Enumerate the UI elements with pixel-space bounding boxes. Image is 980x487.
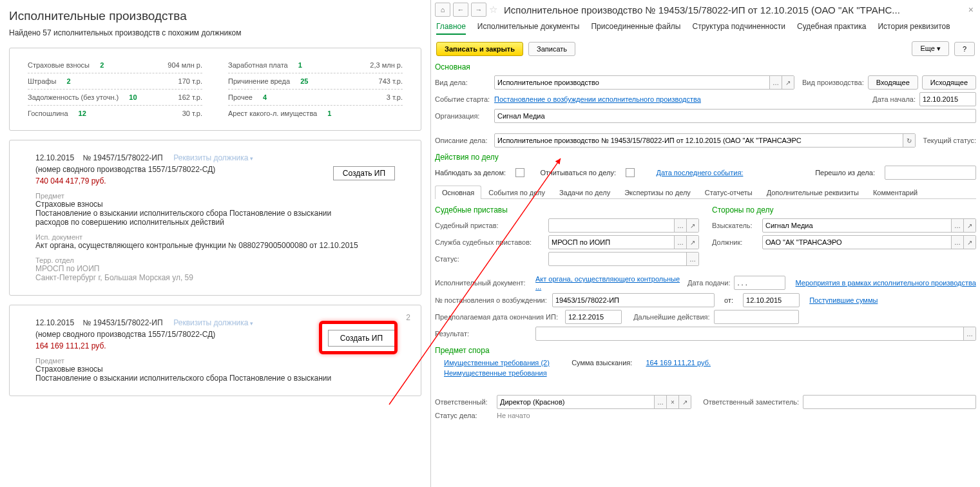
- from-case-label: Перешло из дела:: [815, 169, 875, 177]
- card2-badge: 2: [406, 313, 410, 322]
- close-icon[interactable]: ×: [966, 5, 976, 15]
- ellipsis-icon[interactable]: …: [963, 327, 975, 340]
- property-claims-link[interactable]: Имущественные требования (2): [444, 359, 560, 367]
- stat-row[interactable]: Арест какого-л. имущества 1: [228, 106, 403, 121]
- tab-5[interactable]: История реквизитов: [878, 22, 950, 35]
- tab-3[interactable]: Структура подчиненности: [692, 22, 785, 35]
- incoming-button[interactable]: Входящее: [868, 75, 918, 90]
- measures-link[interactable]: Мероприятия в рамках исполнительного про…: [796, 279, 976, 287]
- tab-4[interactable]: Судебная практика: [797, 22, 866, 35]
- subtab-4[interactable]: Статус-отчеты: [698, 186, 760, 199]
- service-input[interactable]: …↗: [548, 235, 699, 249]
- back-icon[interactable]: ←: [453, 3, 468, 17]
- last-event-label[interactable]: Дата последнего события:: [656, 169, 743, 177]
- desc-input[interactable]: ↻: [494, 133, 916, 148]
- subtab-5[interactable]: Дополнительные реквизиты: [760, 186, 866, 199]
- ellipsis-icon[interactable]: …: [951, 236, 963, 249]
- from-case-input[interactable]: …×↗: [885, 166, 976, 180]
- card2-subject-text: Постановление о взыскании исполнительско…: [35, 374, 395, 383]
- incoming-sums-link[interactable]: Поступившие суммы: [809, 296, 878, 304]
- decree-date-input[interactable]: ▦: [743, 293, 800, 307]
- ellipsis-icon[interactable]: …: [686, 253, 698, 265]
- stat-row[interactable]: Заработная плата 12,3 млн р.: [228, 57, 403, 73]
- home-icon[interactable]: ⌂: [435, 3, 450, 17]
- found-text: Найдено 57 исполнительных производств с …: [9, 28, 421, 37]
- debtor-label: Должник:: [712, 238, 758, 246]
- tab-1[interactable]: Исполнительные документы: [477, 22, 580, 35]
- status2-input[interactable]: …: [548, 252, 699, 266]
- start-event-link[interactable]: Постановление о возбуждении исполнительн…: [494, 95, 701, 103]
- ellipsis-icon[interactable]: …: [951, 219, 963, 232]
- claimant-input[interactable]: …↗: [762, 218, 976, 233]
- save-close-button[interactable]: Записать и закрыть: [436, 42, 523, 56]
- report-checkbox[interactable]: [626, 168, 635, 177]
- expdate-input[interactable]: ▦: [565, 310, 622, 324]
- subtab-6[interactable]: Комментарий: [866, 186, 925, 199]
- save-button[interactable]: Записать: [528, 42, 575, 56]
- watch-checkbox[interactable]: [515, 168, 524, 177]
- refresh-icon[interactable]: ↻: [903, 134, 915, 147]
- create-ip-button-1[interactable]: Создать ИП: [333, 166, 395, 180]
- open-icon[interactable]: ↗: [686, 219, 698, 232]
- further-label: Дальнейшие действия:: [633, 313, 709, 321]
- forward-icon[interactable]: →: [471, 3, 486, 17]
- responsible-input[interactable]: …×↗: [497, 395, 691, 409]
- subtab-0[interactable]: Основная: [435, 186, 481, 199]
- stat-row[interactable]: Прочее 43 т.р.: [228, 90, 403, 106]
- card1-terr2: Санкт-Петербург г, Большая Морская ул, 5…: [35, 273, 395, 282]
- help-button[interactable]: ?: [954, 42, 975, 56]
- open-icon[interactable]: ↗: [782, 76, 794, 89]
- card1-terr-label: Терр. отдел: [35, 256, 395, 264]
- claimant-label: Взыскатель:: [712, 222, 758, 229]
- open-icon[interactable]: ↗: [686, 236, 698, 249]
- stat-row[interactable]: Госпошлина 1230 т.р.: [28, 106, 202, 121]
- subtab-2[interactable]: Задачи по делу: [552, 186, 617, 199]
- collection-sum-value[interactable]: 164 169 111,21 руб.: [646, 359, 711, 367]
- stat-row[interactable]: Страховые взносы 2904 млн р.: [28, 57, 202, 73]
- more-button[interactable]: Еще ▾: [912, 41, 948, 56]
- ellipsis-icon[interactable]: …: [674, 219, 686, 232]
- ellipsis-icon[interactable]: …: [674, 236, 686, 249]
- page-title: Исполнительные производства: [9, 9, 421, 23]
- case-type-input[interactable]: …↗: [494, 75, 794, 90]
- card2-number: № 19453/15/78022-ИП: [82, 318, 162, 327]
- ellipsis-icon[interactable]: …: [769, 76, 782, 89]
- stat-row[interactable]: Задолженность (без уточн.) 10162 т.р.: [28, 90, 202, 106]
- card1-debtor-link[interactable]: Реквизиты должника: [173, 153, 253, 162]
- debtor-input[interactable]: …↗: [762, 235, 976, 249]
- decree-input[interactable]: [552, 293, 715, 307]
- card2-debtor-link[interactable]: Реквизиты должника: [173, 318, 253, 327]
- card1-terr1: МРОСП по ИОИП: [35, 264, 395, 273]
- tab-2[interactable]: Присоединенные файлы: [591, 22, 680, 35]
- org-input[interactable]: [494, 109, 976, 123]
- tab-0[interactable]: Главное: [436, 22, 466, 35]
- card1-doc-text: Акт органа, осуществляющего контрольные …: [35, 241, 395, 250]
- filed-input[interactable]: ▦: [734, 276, 785, 290]
- clear-icon[interactable]: ×: [666, 396, 678, 408]
- subtab-3[interactable]: Экспертизы по делу: [617, 186, 698, 199]
- stat-row[interactable]: Причинение вреда 25743 т.р.: [228, 73, 403, 90]
- collection-sum-label: Сумма взыскания:: [572, 359, 632, 367]
- bailiff-input[interactable]: …↗: [548, 218, 699, 233]
- further-input[interactable]: …↗: [714, 310, 799, 324]
- open-icon[interactable]: ↗: [963, 236, 975, 249]
- stats-panel: Страховые взносы 2904 млн р.Штрафы 2170 …: [9, 48, 421, 131]
- deputy-input[interactable]: [803, 395, 976, 409]
- favorite-star-icon[interactable]: ☆: [489, 4, 497, 15]
- stat-row[interactable]: Штрафы 2170 т.р.: [28, 73, 202, 90]
- subtab-1[interactable]: События по делу: [481, 186, 552, 199]
- open-icon[interactable]: ↗: [963, 219, 975, 232]
- result-label: Результат:: [435, 330, 532, 338]
- result-input[interactable]: …: [535, 327, 976, 341]
- bailiffs-header: Судебные приставы: [435, 205, 699, 215]
- dispute-header: Предмет спора: [435, 346, 976, 355]
- deputy-label: Ответственный заместитель:: [703, 398, 799, 406]
- open-icon[interactable]: ↗: [678, 396, 691, 408]
- bailiff-label: Судебный пристав:: [435, 222, 544, 229]
- outgoing-button[interactable]: Исходящее: [922, 75, 976, 90]
- nonproperty-claims-link[interactable]: Неимущественные требования: [444, 369, 547, 377]
- start-date-input[interactable]: ▦: [919, 92, 976, 106]
- ellipsis-icon[interactable]: …: [654, 396, 666, 408]
- execdoc-label: Исполнительный документ:: [435, 279, 532, 287]
- execdoc-link[interactable]: Акт органа, осуществляющего контрольные …: [535, 275, 684, 291]
